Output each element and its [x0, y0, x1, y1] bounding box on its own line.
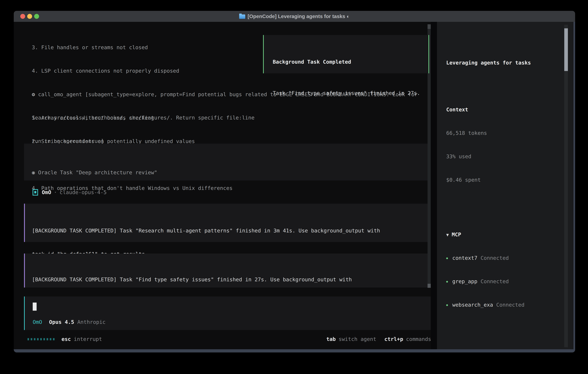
tab-key-hint: tab — [326, 335, 336, 343]
status-dot-icon — [446, 258, 448, 259]
activity-dots-icon — [28, 338, 54, 340]
agent-name: OmO — [42, 188, 51, 196]
gear-icon: ⚙ — [32, 91, 35, 97]
sidebar-scrollbar-thumb[interactable] — [564, 28, 568, 71]
mcp-item: context7Connected — [446, 254, 573, 262]
esc-key-hint: esc — [62, 335, 71, 343]
tool-call-line: 1. Array access without bounds checking — [32, 114, 418, 122]
context-heading: Context — [446, 106, 573, 114]
oracle-task-box: ◉ Oracle Task "Deep architecture review"… — [24, 144, 431, 180]
sidebar-content: Leveraging agents for tasks Context 66,5… — [437, 37, 573, 349]
text-cursor — [33, 302, 37, 311]
ctrlp-hint-group: ctrl+p commands — [384, 335, 431, 343]
task-message-line: [BACKGROUND TASK COMPLETED] Task "Find t… — [32, 276, 431, 283]
context-used: 33% used — [446, 153, 573, 160]
context-spent: $0.46 spent — [446, 176, 573, 184]
mcp-section-header[interactable]: ▼MCP — [446, 231, 573, 239]
notification-body: Task "Find type safety issues" finished … — [273, 89, 428, 97]
status-dot-icon — [446, 281, 448, 283]
window-bottom-edge — [14, 349, 575, 353]
status-dot-icon — [446, 304, 448, 306]
oracle-task-line: ◉ Oracle Task "Deep architecture review" — [32, 169, 431, 177]
mcp-item: websearch_exaConnected — [446, 301, 573, 309]
agent-model: claude-opus-4-5 — [60, 188, 107, 196]
notification-title: Background Task Completed — [273, 58, 428, 66]
statusbar-right: tab switch agent ctrl+p commands — [326, 335, 431, 343]
main-scrollbar-thumb[interactable] — [428, 284, 431, 288]
omo-agent-icon — [32, 189, 38, 196]
opencode-window: [OpenCode] Leveraging agents for tasks ◐… — [14, 11, 575, 353]
tab-hint-group: tab switch agent — [326, 335, 376, 343]
input-model-name[interactable]: Opus 4.5 — [49, 318, 74, 326]
main-sidebar-divider — [431, 22, 437, 353]
esc-key-label: interrupt — [74, 335, 102, 343]
chevron-down-icon: ▼ — [446, 232, 449, 237]
background-task-notification: Background Task Completed Task "Find typ… — [263, 35, 429, 73]
model-row: OmO Opus 4.5 Anthropic — [33, 318, 106, 326]
scrollback-line: 3. File handles or streams not closed — [32, 43, 254, 51]
agent-header: OmO · claude-opus-4-5 — [32, 188, 107, 196]
input-provider-name: Anthropic — [77, 318, 105, 326]
context-tokens: 66,518 tokens — [446, 129, 573, 137]
task-message: [BACKGROUND TASK COMPLETED] Task "Resear… — [24, 204, 431, 242]
task-message-line: [BACKGROUND TASK COMPLETED] Task "Resear… — [32, 227, 431, 235]
tab-key-label: switch agent — [338, 335, 376, 343]
scrollback-line: 4. LSP client connections not properly d… — [32, 67, 254, 75]
sidebar-scrollbar[interactable] — [564, 25, 568, 347]
record-icon: ◉ — [32, 169, 38, 176]
task-message: [BACKGROUND TASK COMPLETED] Task "Find t… — [24, 254, 431, 288]
window-right-edge — [573, 22, 575, 353]
ctrlp-key-label: commands — [406, 335, 431, 343]
mcp-item: grep_appConnected — [446, 278, 573, 285]
desktop: [OpenCode] Leveraging agents for tasks ◐… — [0, 0, 588, 374]
prompt-input[interactable]: OmO Opus 4.5 Anthropic — [24, 296, 431, 330]
session-title: Leveraging agents for tasks — [446, 59, 573, 67]
sidebar: Leveraging agents for tasks Context 66,5… — [437, 22, 573, 349]
separator-dot: · — [54, 188, 57, 196]
statusbar-left: esc interrupt — [28, 335, 102, 343]
input-agent-name: OmO — [33, 318, 42, 326]
ctrlp-key-hint: ctrl+p — [384, 335, 403, 343]
main-scrollbar-top-cap — [428, 24, 431, 29]
